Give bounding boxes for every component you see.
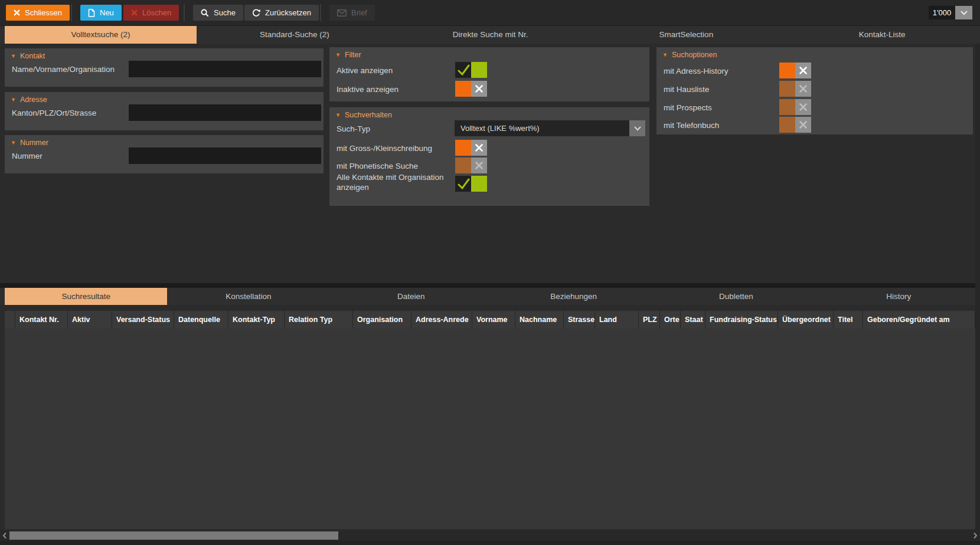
tab-dubletten[interactable]: Dubletten (655, 288, 817, 305)
such-typ-value[interactable]: Volltext (LIKE %wert%) (455, 120, 629, 136)
nummer-field-label: Nummer (12, 151, 43, 161)
toggle-check-cell (455, 157, 471, 173)
grid-col-versand-status[interactable]: Versand-Status (112, 311, 174, 329)
search-icon (201, 9, 209, 17)
mail-icon (337, 9, 347, 17)
toggle-cross-cell (795, 117, 811, 133)
tab-kontakt-liste[interactable]: Kontakt-Liste (784, 26, 980, 44)
tab-history[interactable]: History (818, 288, 980, 305)
grid-col-staat[interactable]: Staat (681, 311, 705, 329)
grid-col-plz[interactable]: PLZ (639, 311, 660, 329)
toggle-alle-kontakte-organisation[interactable] (455, 176, 487, 192)
kontakt-section-header[interactable]: ▼ Kontakt (11, 52, 45, 60)
tab-suchresultate[interactable]: Suchresultate (5, 288, 167, 305)
refresh-icon (252, 9, 260, 17)
grid-col-aktiv[interactable]: Aktiv (68, 311, 112, 329)
neu-button[interactable]: Neu (80, 5, 122, 21)
result-limit-value[interactable]: 1'000 (929, 6, 955, 19)
inaktive-anzeigen-label: Inaktive anzeigen (337, 84, 398, 94)
filter-section-title: Filter (345, 51, 361, 59)
filter-section-header[interactable]: ▼ Filter (335, 51, 361, 59)
grid-col-relation-typ[interactable]: Relation Typ (285, 311, 353, 329)
grid-col-uebergeordnet[interactable]: Übergeordnet (778, 311, 834, 329)
toolbar-separator (184, 4, 185, 21)
tab-dateien[interactable]: Dateien (330, 288, 492, 305)
grid-col-datenquelle[interactable]: Datenquelle (174, 311, 228, 329)
tab-smartselection[interactable]: SmartSelection (589, 26, 785, 44)
telefonbuch-label: mit Telefonbuch (664, 120, 719, 130)
toggle-cross-cell (795, 63, 811, 78)
nummer-section-header[interactable]: ▼ Nummer (11, 139, 48, 147)
horizontal-splitter[interactable] (0, 283, 980, 288)
toggle-aktive-anzeigen[interactable] (455, 62, 487, 78)
tab-beziehungen[interactable]: Beziehungen (492, 288, 655, 305)
schliessen-label: Schliessen (25, 8, 62, 17)
name-input[interactable] (129, 61, 321, 77)
results-grid-header: Kontakt Nr. Aktiv Versand-Status Datenqu… (0, 311, 980, 329)
grid-col-titel[interactable]: Titel (834, 311, 863, 329)
grid-col-orte[interactable]: Orte (660, 311, 681, 329)
grid-col-fundraising-status[interactable]: Fundraising-Status (705, 311, 778, 329)
grid-col-nachname[interactable]: Nachname (515, 311, 564, 329)
scroll-left-button[interactable] (0, 530, 9, 541)
loeschen-button[interactable]: Löschen (123, 5, 179, 21)
toggle-check-cell (455, 176, 471, 192)
collapse-caret-icon: ▼ (662, 51, 668, 59)
toggle-hausliste (779, 81, 811, 97)
delete-icon (131, 9, 138, 16)
chevron-left-icon (2, 532, 7, 539)
toggle-gross-kleinschreibung[interactable] (455, 140, 487, 156)
toggle-check-cell (779, 81, 795, 97)
collapse-caret-icon: ▼ (335, 51, 341, 59)
result-limit-combobox: 1'000 (929, 6, 972, 19)
suchoptionen-section-header[interactable]: ▼ Suchoptionen (662, 51, 717, 59)
adresse-section-header[interactable]: ▼ Adresse (11, 96, 47, 104)
horizontal-scrollbar[interactable] (0, 530, 980, 541)
toggle-cross-cell (471, 81, 487, 97)
tab-direkte-suche[interactable]: Direkte Suche mit Nr. (393, 26, 589, 44)
grid-col-strasse[interactable]: Strasse (564, 311, 595, 329)
cross-icon (799, 120, 808, 129)
kontakt-panel: ▼ Kontakt Name/Vorname/Organisation (5, 48, 324, 87)
grid-col-geboren-gegruendet[interactable]: Geboren/Gegründet am (863, 311, 975, 329)
such-typ-dropdown-button[interactable] (629, 120, 645, 136)
nummer-section-title: Nummer (20, 139, 48, 147)
grid-col-vorname[interactable]: Vorname (472, 311, 515, 329)
adresse-section-title: Adresse (20, 96, 47, 104)
result-limit-dropdown-button[interactable] (955, 6, 972, 19)
suchverhalten-section-header[interactable]: ▼ Suchverhalten (335, 111, 392, 119)
toggle-check-cell (455, 62, 471, 78)
kontakt-section-title: Kontakt (20, 52, 45, 60)
kanton-input[interactable] (129, 104, 321, 121)
suche-button[interactable]: Suche (193, 5, 243, 21)
grid-col-organisation[interactable]: Organisation (353, 311, 411, 329)
collapse-caret-icon: ▼ (11, 96, 16, 104)
grid-col-adress-anrede[interactable]: Adress-Anrede (411, 311, 472, 329)
toggle-cross-cell (471, 62, 487, 78)
horizontal-scrollbar-thumb[interactable] (9, 531, 338, 540)
toggle-check-cell (779, 99, 795, 115)
tab-konstellation[interactable]: Konstellation (167, 288, 329, 305)
toggle-check-cell (779, 117, 795, 133)
zuruecksetzen-button[interactable]: Zurücksetzen (244, 5, 319, 21)
suchverhalten-panel: ▼ Suchverhalten Such-Typ Volltext (LIKE … (329, 107, 649, 206)
grid-col-kontakt-typ[interactable]: Kontakt-Typ (228, 311, 285, 329)
toggle-check-cell (455, 140, 471, 156)
tab-standard-suche[interactable]: Standard-Suche (2) (197, 26, 393, 44)
chevron-down-icon (634, 126, 641, 131)
grid-col-kontakt-nr[interactable]: Kontakt Nr. (15, 311, 68, 329)
cross-icon (799, 84, 808, 93)
schliessen-button[interactable]: Schliessen (6, 5, 70, 21)
toggle-adress-history[interactable] (779, 63, 811, 78)
such-typ-combobox: Volltext (LIKE %wert%) (455, 120, 645, 136)
tab-volltextsuche[interactable]: Volltextsuche (2) (5, 26, 197, 44)
toolbar-separator (320, 4, 321, 21)
neu-label: Neu (100, 8, 114, 17)
scroll-right-button[interactable] (971, 530, 980, 541)
grid-col-land[interactable]: Land (595, 311, 639, 329)
new-document-icon (88, 9, 95, 17)
check-icon (457, 178, 470, 190)
nummer-input[interactable] (129, 147, 321, 164)
toggle-inaktive-anzeigen[interactable] (455, 81, 487, 97)
toggle-cross-cell (471, 157, 487, 173)
